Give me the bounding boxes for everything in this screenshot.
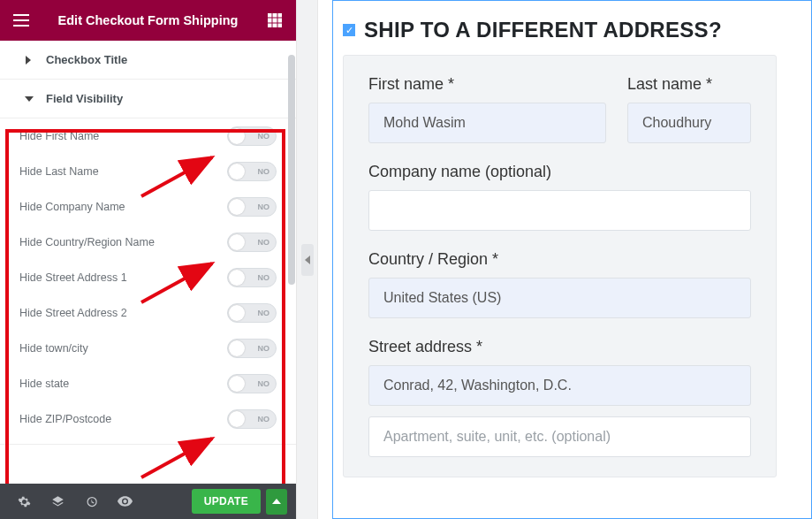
visibility-item: Hide state NO: [19, 366, 277, 401]
caret-down-icon: [25, 95, 34, 103]
toggle-hide-town[interactable]: NO: [227, 339, 277, 358]
layers-icon[interactable]: [42, 484, 72, 519]
visibility-item: Hide Last Name NO: [19, 154, 277, 189]
section-label: Checkbox Title: [46, 53, 127, 66]
editor-title: Edit Checkout Form Shipping: [34, 13, 262, 27]
svg-rect-6: [268, 24, 271, 27]
preview-icon[interactable]: [110, 484, 140, 519]
svg-rect-5: [278, 19, 282, 22]
visibility-item: Hide Country/Region Name NO: [19, 225, 277, 260]
collapse-bar: [297, 0, 318, 519]
menu-icon[interactable]: [9, 14, 34, 27]
visibility-item: Hide First Name NO: [19, 118, 277, 154]
caret-right-icon: [25, 56, 34, 65]
section-field-visibility[interactable]: Field Visibility Hide First Name NO Hide…: [0, 80, 296, 445]
svg-rect-1: [273, 13, 277, 17]
apps-icon[interactable]: [262, 13, 287, 27]
visibility-item: Hide Street Address 1 NO: [19, 260, 277, 295]
visibility-label: Hide town/city: [19, 342, 88, 355]
toggle-hide-street2[interactable]: NO: [227, 303, 277, 323]
svg-rect-2: [278, 13, 282, 17]
visibility-label: Hide Street Address 1: [19, 271, 127, 284]
section-checkbox-title[interactable]: Checkbox Title: [0, 41, 296, 80]
visibility-label: Hide Street Address 2: [19, 307, 127, 319]
toggle-hide-company[interactable]: NO: [227, 197, 277, 217]
svg-rect-3: [268, 19, 271, 22]
visibility-item: Hide Street Address 2 NO: [19, 295, 277, 331]
history-icon[interactable]: [76, 484, 106, 519]
editor-body: Checkbox Title Field Visibility Hide Fir…: [0, 41, 296, 484]
visibility-list: Hide First Name NO Hide Last Name NO Hid…: [0, 118, 296, 444]
svg-rect-4: [273, 19, 277, 22]
editor-footer: UPDATE: [0, 484, 296, 519]
visibility-label: Hide state: [19, 378, 69, 390]
editor-panel: Edit Checkout Form Shipping Checkbox Tit…: [0, 0, 297, 519]
toggle-hide-state[interactable]: NO: [227, 374, 277, 393]
visibility-label: Hide Last Name: [19, 165, 99, 178]
preview-panel: ✓ SHIP TO A DIFFERENT ADDRESS? First nam…: [318, 0, 812, 519]
visibility-item: Hide town/city NO: [19, 331, 277, 366]
visibility-label: Hide ZIP/Postcode: [19, 413, 111, 425]
collapse-button[interactable]: [301, 244, 314, 276]
toggle-hide-country[interactable]: NO: [227, 233, 277, 252]
svg-rect-7: [273, 24, 277, 27]
visibility-item: Hide ZIP/Postcode NO: [19, 401, 277, 437]
visibility-label: Hide Country/Region Name: [19, 236, 155, 248]
section-label: Field Visibility: [46, 92, 123, 105]
element-selection-outline: [332, 0, 812, 519]
svg-rect-0: [268, 13, 271, 17]
toggle-hide-street1[interactable]: NO: [227, 268, 277, 287]
svg-rect-8: [278, 24, 282, 27]
toggle-hide-first-name[interactable]: NO: [227, 126, 277, 146]
update-more-button[interactable]: [266, 489, 287, 515]
visibility-item: Hide Company Name NO: [19, 189, 277, 225]
editor-header: Edit Checkout Form Shipping: [0, 0, 296, 41]
scrollbar[interactable]: [287, 41, 296, 484]
toggle-hide-zip[interactable]: NO: [227, 409, 277, 429]
visibility-label: Hide First Name: [19, 130, 99, 142]
visibility-label: Hide Company Name: [19, 201, 125, 213]
update-button[interactable]: UPDATE: [192, 489, 261, 514]
toggle-hide-last-name[interactable]: NO: [227, 162, 277, 181]
gear-icon[interactable]: [9, 484, 39, 519]
